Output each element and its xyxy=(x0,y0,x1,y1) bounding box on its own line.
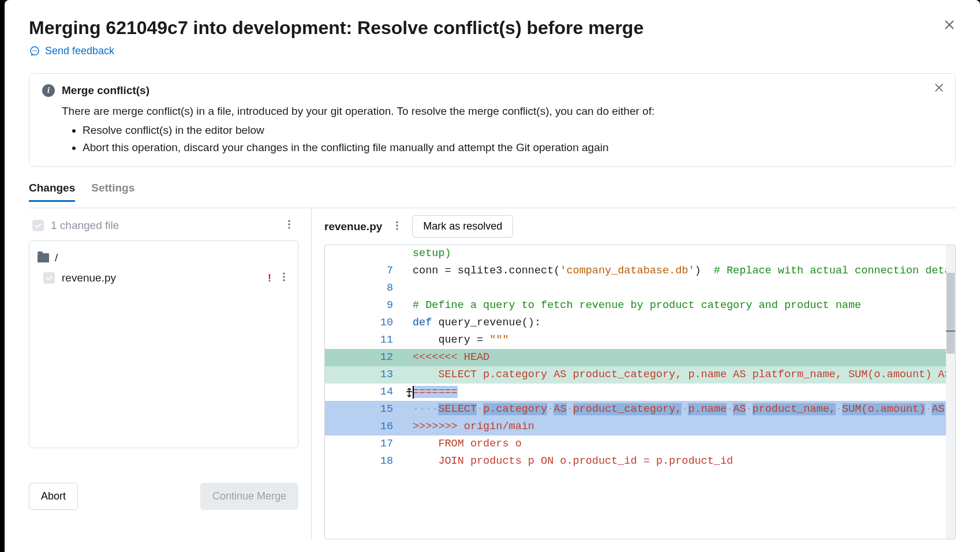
editor-scrollbar-thumb[interactable] xyxy=(947,273,955,354)
svg-point-3 xyxy=(36,50,37,51)
svg-point-10 xyxy=(397,221,398,223)
editor-header: revenue.py Mark as resolved xyxy=(324,215,956,245)
comment-icon xyxy=(29,46,40,57)
code-line[interactable]: setup) xyxy=(325,245,955,262)
code-line[interactable]: 11 query = """ xyxy=(325,332,955,349)
changed-files-count: 1 changed file xyxy=(51,219,119,232)
code-line[interactable]: 17 FROM orders o xyxy=(325,435,955,453)
code-line-conflict-theirs[interactable]: 15 ····SELECT·p.category·AS·product_cate… xyxy=(325,401,955,418)
kebab-icon xyxy=(391,220,403,231)
editor-scrollbar-track[interactable] xyxy=(946,245,955,539)
svg-point-5 xyxy=(288,224,290,226)
tree-root-row[interactable]: / xyxy=(35,248,292,268)
file-checkbox[interactable] xyxy=(43,272,55,284)
editor-menu-button[interactable] xyxy=(391,220,403,234)
info-box-text: There are merge conflict(s) in a file, i… xyxy=(62,103,942,119)
code-line[interactable]: 10 def query_revenue(): xyxy=(325,314,955,332)
pointer-cursor-icon xyxy=(405,388,414,405)
code-line[interactable]: 7 conn = sqlite3.connect('company_databa… xyxy=(325,262,955,280)
modal-title: Merging 621049c7 into development: Resol… xyxy=(29,16,644,39)
svg-point-2 xyxy=(34,50,35,51)
code-line[interactable]: 18 JOIN products p ON o.product_id = p.p… xyxy=(325,453,955,470)
close-icon xyxy=(943,18,956,31)
svg-point-4 xyxy=(288,220,290,222)
code-line[interactable]: 9 # Define a query to fetch revenue by p… xyxy=(325,297,955,314)
svg-point-8 xyxy=(283,276,285,278)
file-tree: / revenue.py ! xyxy=(29,241,298,448)
code-line-conflict-ours[interactable]: 13 SELECT p.category AS product_category… xyxy=(325,366,955,384)
tree-file-row[interactable]: revenue.py ! xyxy=(35,268,292,288)
folder-icon xyxy=(38,253,49,262)
svg-point-12 xyxy=(397,228,398,230)
info-box-title: Merge conflict(s) xyxy=(62,84,149,97)
svg-point-9 xyxy=(283,279,285,281)
select-all-checkbox[interactable] xyxy=(32,220,44,231)
kebab-icon xyxy=(278,271,290,283)
code-line-conflict-separator[interactable]: 14 ======= xyxy=(325,384,955,401)
close-modal-button[interactable] xyxy=(943,18,956,33)
svg-point-11 xyxy=(397,224,398,226)
tree-file-label: revenue.py xyxy=(62,272,116,284)
changes-panel: 1 changed file / revenue.py xyxy=(29,208,312,539)
editor-panel: revenue.py Mark as resolved setup) 7 con… xyxy=(312,208,956,539)
tab-changes[interactable]: Changes xyxy=(29,182,75,202)
mark-as-resolved-button[interactable]: Mark as resolved xyxy=(412,215,513,238)
code-lines: setup) 7 conn = sqlite3.connect('company… xyxy=(325,245,955,470)
svg-point-6 xyxy=(288,227,290,228)
code-editor[interactable]: setup) 7 conn = sqlite3.connect('company… xyxy=(324,245,956,539)
abort-button[interactable]: Abort xyxy=(29,483,78,510)
info-box-body: There are merge conflict(s) in a file, i… xyxy=(42,103,942,156)
info-bullet-abort: Abort this operation, discard your chang… xyxy=(83,139,942,156)
kebab-icon xyxy=(283,219,295,230)
send-feedback-link[interactable]: Send feedback xyxy=(29,45,956,57)
close-icon xyxy=(933,82,945,93)
changes-header: 1 changed file xyxy=(29,215,298,241)
split-panel: 1 changed file / revenue.py xyxy=(29,208,956,539)
tree-root-label: / xyxy=(55,251,58,264)
continue-merge-button: Continue Merge xyxy=(200,483,298,510)
info-bullet-resolve: Resolve conflict(s) in the editor below xyxy=(83,122,942,138)
info-box-close-button[interactable] xyxy=(933,82,945,96)
editor-filename: revenue.py xyxy=(324,220,382,233)
file-menu-button[interactable] xyxy=(278,271,290,285)
conflict-indicator-icon: ! xyxy=(268,272,271,284)
code-line-conflict-head[interactable]: 12 <<<<<<< HEAD xyxy=(325,349,955,366)
merge-conflict-info-box: i Merge conflict(s) There are merge conf… xyxy=(29,73,956,167)
changes-footer: Abort Continue Merge xyxy=(29,483,298,510)
tab-settings[interactable]: Settings xyxy=(91,182,134,202)
info-icon: i xyxy=(42,84,55,97)
modal-header: Merging 621049c7 into development: Resol… xyxy=(29,16,956,39)
info-box-header: i Merge conflict(s) xyxy=(42,84,942,97)
code-line-conflict-end[interactable]: 16 >>>>>>> origin/main xyxy=(325,418,955,435)
code-line[interactable]: 8 xyxy=(325,280,955,297)
svg-point-7 xyxy=(283,273,285,275)
merge-conflict-modal: Merging 621049c7 into development: Resol… xyxy=(5,0,980,552)
changes-menu-button[interactable] xyxy=(283,219,295,232)
svg-point-1 xyxy=(32,50,33,51)
scrollbar-marker xyxy=(946,331,955,332)
tabs: Changes Settings xyxy=(29,182,956,202)
send-feedback-label: Send feedback xyxy=(45,45,114,57)
